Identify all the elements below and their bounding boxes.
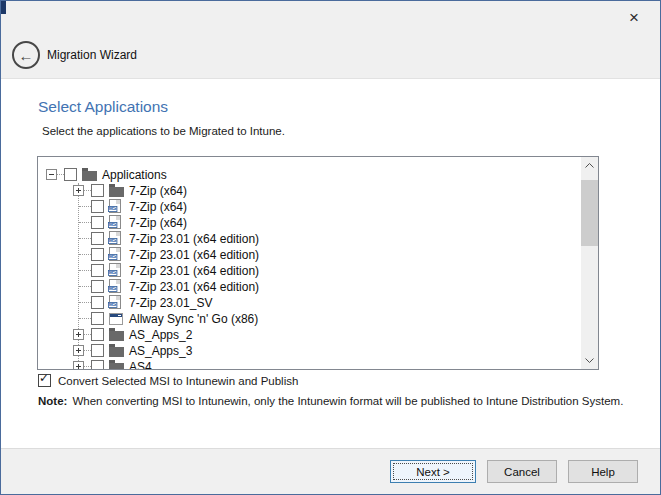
tree-checkbox[interactable] <box>91 184 104 197</box>
tree-checkbox[interactable] <box>91 216 104 229</box>
tree-checkbox[interactable] <box>91 360 104 369</box>
instruction-text: Select the applications to be Migrated t… <box>42 125 285 137</box>
msi-icon: MSI <box>109 279 121 293</box>
tree-item-label[interactable]: 7-Zip (x64) <box>129 184 187 198</box>
msi-icon: MSI <box>109 231 121 245</box>
checkmark-icon: ✓ <box>39 372 49 385</box>
tree-item[interactable]: MSI7-Zip 23.01_SV <box>38 295 581 311</box>
tree-item-label[interactable]: 7-Zip 23.01_SV <box>129 296 212 310</box>
tree-item[interactable]: MSI7-Zip 23.01 (x64 edition) <box>38 247 581 263</box>
folder-icon <box>109 187 124 197</box>
note-body: When converting MSI to Intunewin, only t… <box>72 395 623 407</box>
tree-connector <box>79 286 91 287</box>
msi-badge: MSI <box>108 206 117 212</box>
msi-badge: MSI <box>108 238 117 244</box>
app-window-icon <box>109 313 123 325</box>
tree-item[interactable]: Applications <box>38 167 581 183</box>
msi-icon: MSI <box>109 263 121 277</box>
tree-checkbox[interactable] <box>91 232 104 245</box>
window-accent-corner <box>1 1 6 14</box>
back-arrow-icon: ← <box>19 48 34 63</box>
expander-plus-icon[interactable] <box>73 185 84 196</box>
folder-icon <box>109 331 124 341</box>
close-button[interactable]: × <box>618 6 650 29</box>
tree-item-label[interactable]: 7-Zip 23.01 (x64 edition) <box>129 248 259 262</box>
tree-item-label[interactable]: Allway Sync 'n' Go (x86) <box>129 312 258 326</box>
folder-icon <box>82 171 97 181</box>
tree-connector <box>79 206 91 207</box>
tree-connector <box>79 318 91 319</box>
tree-connector <box>79 270 91 271</box>
tree-item-label[interactable]: AS4 <box>129 360 152 369</box>
tree-item-label[interactable]: 7-Zip 23.01 (x64 edition) <box>129 232 259 246</box>
tree-item-label[interactable]: 7-Zip 23.01 (x64 edition) <box>129 280 259 294</box>
convert-option-row: ✓ Convert Selected MSI to Intunewin and … <box>38 374 298 387</box>
tree-checkbox[interactable] <box>91 280 104 293</box>
expander-minus-icon[interactable] <box>46 169 57 180</box>
tree-item-label[interactable]: 7-Zip (x64) <box>129 216 187 230</box>
tree-checkbox[interactable] <box>91 344 104 357</box>
tree-item[interactable]: AS_Apps_2 <box>38 327 581 343</box>
msi-icon: MSI <box>109 215 121 229</box>
cancel-button[interactable]: Cancel <box>487 460 557 483</box>
tree-checkbox[interactable] <box>91 264 104 277</box>
msi-icon: MSI <box>109 199 121 213</box>
page-title: Select Applications <box>38 98 168 116</box>
tree-item-label[interactable]: 7-Zip (x64) <box>129 200 187 214</box>
note-text: Note:When converting MSI to Intunewin, o… <box>38 395 623 407</box>
tree-item-label[interactable]: Applications <box>102 168 167 182</box>
tree-checkbox[interactable] <box>91 248 104 261</box>
msi-icon: MSI <box>109 247 121 261</box>
back-button[interactable]: ← <box>12 41 40 69</box>
scroll-up-button[interactable] <box>581 157 598 174</box>
msi-badge: MSI <box>108 286 117 292</box>
tree-item[interactable]: Allway Sync 'n' Go (x86) <box>38 311 581 327</box>
scroll-down-button[interactable] <box>581 352 598 369</box>
footer-button-bar: Next > Cancel Help <box>1 448 660 494</box>
tree-rows: Applications7-Zip (x64)MSI7-Zip (x64)MSI… <box>38 157 581 369</box>
next-button[interactable]: Next > <box>390 460 476 483</box>
msi-badge: MSI <box>108 302 117 308</box>
tree-scrollbar[interactable] <box>581 157 598 369</box>
migration-wizard-window: × ← Migration Wizard Select Applications… <box>0 0 661 495</box>
msi-badge: MSI <box>108 222 117 228</box>
msi-badge: MSI <box>108 254 117 260</box>
tree-checkbox[interactable] <box>64 168 77 181</box>
tree-connector <box>57 174 64 175</box>
help-button[interactable]: Help <box>568 460 638 483</box>
tree-item[interactable]: MSI7-Zip 23.01 (x64 edition) <box>38 279 581 295</box>
tree-item[interactable]: MSI7-Zip 23.01 (x64 edition) <box>38 263 581 279</box>
close-icon: × <box>629 8 639 28</box>
tree-item-label[interactable]: AS_Apps_2 <box>129 328 192 342</box>
tree-item[interactable]: MSI7-Zip (x64) <box>38 199 581 215</box>
tree-checkbox[interactable] <box>91 296 104 309</box>
tree-item[interactable]: MSI7-Zip 23.01 (x64 edition) <box>38 231 581 247</box>
expander-plus-icon[interactable] <box>73 345 84 356</box>
tree-checkbox[interactable] <box>91 312 104 325</box>
folder-icon <box>109 347 124 357</box>
expander-plus-icon[interactable] <box>73 329 84 340</box>
note-label: Note: <box>38 395 67 407</box>
tree-connector <box>79 302 91 303</box>
tree-checkbox[interactable] <box>91 328 104 341</box>
msi-badge: MSI <box>108 270 117 276</box>
chevron-down-icon <box>585 358 594 363</box>
tree-checkbox[interactable] <box>91 200 104 213</box>
tree-connector <box>79 254 91 255</box>
tree-item-label[interactable]: AS_Apps_3 <box>129 344 192 358</box>
convert-checkbox[interactable]: ✓ <box>38 374 51 387</box>
tree-item-label[interactable]: 7-Zip 23.01 (x64 edition) <box>129 264 259 278</box>
tree-connector <box>79 238 91 239</box>
expander-plus-icon[interactable] <box>73 361 84 369</box>
convert-checkbox-label[interactable]: Convert Selected MSI to Intunewin and Pu… <box>58 375 298 387</box>
chevron-up-icon <box>585 163 594 168</box>
folder-icon <box>109 363 124 369</box>
tree-item[interactable]: 7-Zip (x64) <box>38 183 581 199</box>
tree-item[interactable]: MSI7-Zip (x64) <box>38 215 581 231</box>
applications-tree[interactable]: Applications7-Zip (x64)MSI7-Zip (x64)MSI… <box>37 156 599 370</box>
titlebar: × <box>1 1 660 31</box>
tree-item[interactable]: AS_Apps_3 <box>38 343 581 359</box>
tree-item[interactable]: AS4 <box>38 359 581 369</box>
wizard-title: Migration Wizard <box>47 31 137 78</box>
scrollbar-thumb[interactable] <box>581 180 598 246</box>
